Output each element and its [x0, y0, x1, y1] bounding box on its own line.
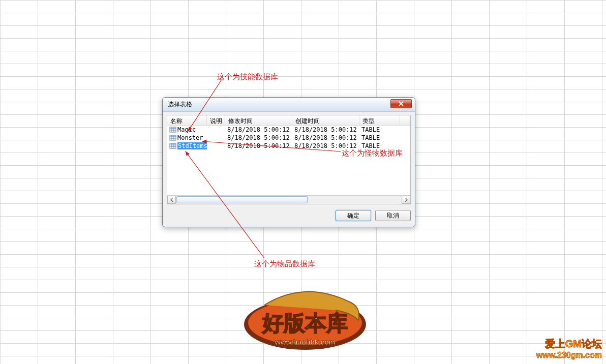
watermark-logo: 好版本库 www.haobbk.com — [234, 285, 376, 356]
chevron-right-icon — [405, 198, 408, 202]
row-modified: 8/18/2018 5:00:12 PM — [225, 126, 292, 133]
col-desc[interactable]: 说明 — [207, 115, 225, 125]
watermark-side-title: 爱上GM论坛 — [536, 337, 602, 351]
table-icon — [169, 135, 176, 141]
table-list: 名称 说明 修改时间 创建时间 类型 Magic 8/18/2018 5:00: — [167, 115, 411, 204]
cancel-button[interactable]: 取消 — [375, 210, 411, 221]
chevron-left-icon — [170, 198, 173, 202]
annotation-monster: 这个为怪物数据库 — [342, 148, 403, 158]
scroll-track[interactable] — [176, 196, 402, 204]
dialog-titlebar[interactable]: 选择表格 — [163, 98, 415, 112]
table-row[interactable]: Magic 8/18/2018 5:00:12 PM 8/18/2018 5:0… — [167, 126, 410, 134]
row-type: TABLE — [359, 126, 400, 133]
svg-rect-10 — [170, 143, 176, 148]
svg-rect-0 — [170, 127, 176, 132]
annotation-item: 这个为物品数据库 — [254, 259, 315, 269]
row-modified: 8/18/2018 5:00:12 PM — [225, 134, 292, 141]
table-icon — [169, 127, 176, 133]
svg-text:好版本库: 好版本库 — [261, 312, 348, 335]
watermark-side-url: www.230gm.com — [536, 351, 602, 360]
select-table-dialog: 选择表格 名称 说明 修改时间 创建时间 类型 — [162, 97, 415, 227]
row-created: 8/18/2018 5:00:12 PM — [292, 134, 359, 141]
col-modified[interactable]: 修改时间 — [225, 115, 292, 125]
watermark-url: www.haobbk.com — [275, 338, 336, 346]
col-name[interactable]: 名称 — [167, 115, 207, 125]
row-created: 8/18/2018 5:00:12 PM — [292, 126, 359, 133]
dialog-title: 选择表格 — [168, 100, 192, 109]
list-rows: Magic 8/18/2018 5:00:12 PM 8/18/2018 5:0… — [167, 126, 410, 150]
col-created[interactable]: 创建时间 — [292, 115, 359, 125]
table-icon — [169, 143, 176, 149]
row-name-text: Magic — [177, 126, 196, 133]
scroll-left-button[interactable] — [167, 196, 176, 204]
row-name-text: Monster — [177, 134, 203, 141]
row-name-text: StdItems — [177, 142, 207, 149]
close-icon — [398, 101, 404, 106]
horizontal-scrollbar[interactable] — [167, 195, 410, 204]
ok-button[interactable]: 确定 — [336, 210, 371, 221]
row-modified: 8/18/2018 5:00:12 PM — [225, 142, 292, 149]
scroll-right-button[interactable] — [402, 196, 410, 204]
dialog-body: 名称 说明 修改时间 创建时间 类型 Magic 8/18/2018 5:00: — [163, 112, 415, 227]
close-button[interactable] — [390, 99, 412, 108]
watermark-side: 爱上GM论坛 www.230gm.com — [536, 337, 602, 360]
dialog-buttons: 确定 取消 — [167, 204, 411, 223]
svg-rect-5 — [170, 135, 176, 140]
list-header: 名称 说明 修改时间 创建时间 类型 — [167, 115, 410, 126]
scroll-thumb[interactable] — [176, 196, 308, 203]
table-row[interactable]: Monster 8/18/2018 5:00:12 PM 8/18/2018 5… — [167, 134, 410, 142]
col-type[interactable]: 类型 — [359, 115, 400, 125]
row-type: TABLE — [359, 134, 400, 141]
annotation-skill: 这个为技能数据库 — [217, 72, 278, 82]
